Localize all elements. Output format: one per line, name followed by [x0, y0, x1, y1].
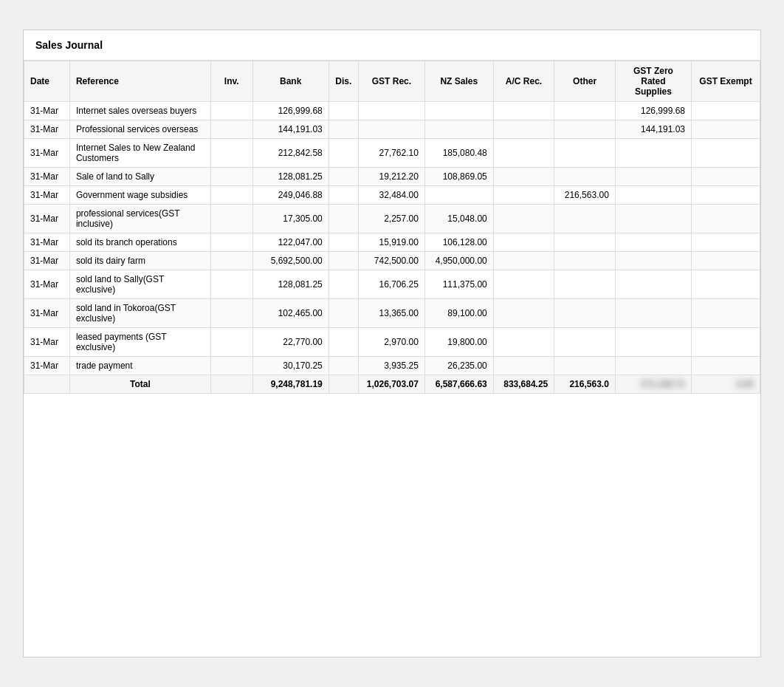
table-cell [424, 186, 493, 205]
table-cell [692, 328, 760, 357]
total-cell [329, 375, 358, 394]
table-header-row: Date Reference Inv. Bank Dis. GST Rec. N… [24, 61, 760, 102]
table-cell [692, 299, 760, 328]
total-cell: 0.00 [692, 375, 760, 394]
table-cell: 106,128.00 [424, 233, 493, 252]
table-cell: sold land to Sally(GST exclusive) [69, 270, 210, 299]
total-cell: 833,684.25 [493, 375, 554, 394]
col-header-other: Other [554, 61, 616, 102]
table-cell [692, 102, 760, 120]
table-cell [210, 270, 252, 299]
table-cell: 4,950,000.00 [424, 252, 493, 270]
table-cell [329, 139, 358, 168]
table-cell: Internet Sales to New Zealand Customers [69, 139, 210, 168]
table-cell: 13,365.00 [359, 299, 425, 328]
table-cell: 144,191.03 [615, 120, 691, 139]
table-cell [615, 186, 691, 205]
table-cell: 19,212.20 [359, 168, 425, 186]
table-cell [493, 233, 554, 252]
col-header-gst-exempt: GST Exempt [692, 61, 760, 102]
table-cell: 249,046.88 [252, 186, 329, 205]
table-cell [210, 205, 252, 233]
table-cell [554, 120, 616, 139]
table-cell [554, 252, 616, 270]
table-cell [493, 299, 554, 328]
table-cell: 2,970.00 [359, 328, 425, 357]
table-row: 31-MarProfessional services overseas144,… [24, 120, 760, 139]
table-cell [493, 205, 554, 233]
table-row: 31-MarInternet Sales to New Zealand Cust… [24, 139, 760, 168]
total-cell [210, 375, 252, 394]
col-header-reference: Reference [69, 61, 210, 102]
table-cell [210, 299, 252, 328]
table-cell [493, 357, 554, 375]
table-cell: 31-Mar [24, 102, 70, 120]
total-cell: 9,248,781.19 [252, 375, 329, 394]
table-cell [615, 233, 691, 252]
table-cell [493, 102, 554, 120]
table-cell: 108,869.05 [424, 168, 493, 186]
journal-container: Sales Journal Date Reference Inv. Bank D… [23, 30, 761, 657]
table-cell: 31-Mar [24, 357, 70, 375]
table-cell [329, 120, 358, 139]
col-header-nz-sales: NZ Sales [424, 61, 493, 102]
table-row: 31-MarSale of land to Sally128,081.2519,… [24, 168, 760, 186]
table-row: 31-Marsold land to Sally(GST exclusive)1… [24, 270, 760, 299]
table-cell: 128,081.25 [252, 270, 329, 299]
col-header-date: Date [24, 61, 70, 102]
table-cell [210, 168, 252, 186]
table-cell [554, 328, 616, 357]
table-cell: trade payment [69, 357, 210, 375]
table-cell [329, 252, 358, 270]
table-cell: 2,257.00 [359, 205, 425, 233]
col-header-bank: Bank [252, 61, 329, 102]
total-cell: 271,190.71 [615, 375, 691, 394]
table-cell [615, 168, 691, 186]
table-cell: sold land in Tokoroa(GST exclusive) [69, 299, 210, 328]
table-cell: 31-Mar [24, 139, 70, 168]
table-cell: 5,692,500.00 [252, 252, 329, 270]
table-row: 31-Marprofessional services(GST inclusiv… [24, 205, 760, 233]
table-row: 31-Marsold land in Tokoroa(GST exclusive… [24, 299, 760, 328]
table-cell [554, 102, 616, 120]
table-cell: 216,563.00 [554, 186, 616, 205]
table-cell [615, 270, 691, 299]
table-cell: 30,170.25 [252, 357, 329, 375]
table-cell: 102,465.00 [252, 299, 329, 328]
table-cell: 15,919.00 [359, 233, 425, 252]
total-cell: 216,563.0 [554, 375, 616, 394]
table-cell: 126,999.68 [252, 102, 329, 120]
col-header-dis: Dis. [329, 61, 358, 102]
table-cell [210, 102, 252, 120]
table-cell [493, 186, 554, 205]
table-cell [210, 328, 252, 357]
table-cell [329, 102, 358, 120]
table-cell [692, 139, 760, 168]
table-cell [329, 270, 358, 299]
col-header-gst-zero: GST Zero Rated Supplies [615, 61, 691, 102]
table-cell: 31-Mar [24, 186, 70, 205]
table-cell: 26,235.00 [424, 357, 493, 375]
table-row: 31-Marsold its dairy farm5,692,500.00742… [24, 252, 760, 270]
table-cell [554, 139, 616, 168]
table-cell [554, 233, 616, 252]
table-cell: Professional services overseas [69, 120, 210, 139]
table-cell: 31-Mar [24, 270, 70, 299]
table-cell [554, 357, 616, 375]
table-cell: professional services(GST inclusive) [69, 205, 210, 233]
table-cell [329, 233, 358, 252]
table-cell [615, 299, 691, 328]
table-cell [554, 168, 616, 186]
sales-journal-table: Date Reference Inv. Bank Dis. GST Rec. N… [24, 61, 760, 394]
total-cell: 6,587,666.63 [424, 375, 493, 394]
table-cell: Sale of land to Sally [69, 168, 210, 186]
table-cell [554, 270, 616, 299]
table-row: 31-MarInternet sales overseas buyers126,… [24, 102, 760, 120]
table-cell [329, 357, 358, 375]
table-cell [493, 328, 554, 357]
journal-title: Sales Journal [24, 30, 760, 61]
table-cell [493, 120, 554, 139]
table-cell [692, 168, 760, 186]
table-cell: Internet sales overseas buyers [69, 102, 210, 120]
table-cell: sold its branch operations [69, 233, 210, 252]
